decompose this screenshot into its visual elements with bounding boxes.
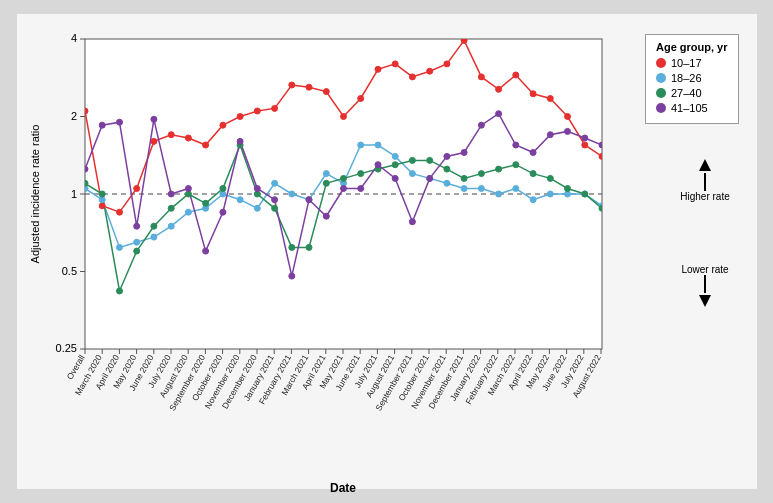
svg-point-84 — [340, 114, 346, 120]
svg-point-125 — [512, 186, 518, 192]
svg-point-146 — [340, 175, 346, 181]
svg-point-71 — [116, 209, 122, 215]
svg-point-77 — [219, 122, 225, 128]
svg-point-192 — [599, 142, 605, 148]
svg-point-70 — [99, 203, 105, 209]
svg-point-104 — [150, 234, 156, 240]
svg-point-96 — [547, 96, 553, 102]
svg-point-95 — [530, 91, 536, 97]
svg-point-72 — [133, 186, 139, 192]
svg-point-163 — [99, 122, 105, 128]
svg-point-182 — [426, 175, 432, 181]
svg-point-167 — [168, 191, 174, 197]
svg-point-74 — [168, 132, 174, 138]
svg-point-90 — [443, 61, 449, 67]
legend-item-green: 27–40 — [656, 87, 728, 99]
svg-point-190 — [564, 128, 570, 134]
x-axis-label: Date — [329, 481, 355, 495]
legend-dot-green — [656, 88, 666, 98]
svg-point-177 — [340, 186, 346, 192]
svg-point-127 — [547, 191, 553, 197]
svg-point-187 — [512, 142, 518, 148]
legend-dot-blue — [656, 73, 666, 83]
svg-point-76 — [202, 142, 208, 148]
svg-point-153 — [461, 175, 467, 181]
svg-point-171 — [237, 138, 243, 144]
svg-point-106 — [185, 209, 191, 215]
chart-inner: Adjusted incidence rate ratio Adjusted i… — [27, 24, 747, 479]
svg-point-75 — [185, 135, 191, 141]
svg-point-176 — [323, 213, 329, 219]
svg-point-145 — [323, 180, 329, 186]
legend-label-green: 27–40 — [671, 87, 702, 99]
svg-point-147 — [357, 171, 363, 177]
svg-point-159 — [564, 186, 570, 192]
legend-dot-red — [656, 58, 666, 68]
ytick-1: 1 — [70, 188, 76, 200]
svg-point-173 — [271, 197, 277, 203]
svg-point-133 — [116, 288, 122, 294]
x-axis-ticks: Overall March 2020 April 2020 May 2020 J… — [64, 349, 602, 412]
legend-label-red: 10–17 — [671, 57, 702, 69]
svg-point-78 — [237, 114, 243, 120]
svg-point-81 — [288, 82, 294, 88]
svg-point-135 — [150, 223, 156, 229]
svg-point-138 — [202, 200, 208, 206]
svg-point-179 — [375, 162, 381, 168]
svg-point-126 — [530, 197, 536, 203]
svg-point-161 — [599, 205, 605, 211]
higher-rate-section: Higher rate — [678, 159, 733, 202]
svg-point-132 — [99, 191, 105, 197]
svg-point-157 — [530, 171, 536, 177]
svg-point-69 — [82, 108, 88, 114]
svg-point-87 — [392, 61, 398, 67]
legend-label-purple: 41–105 — [671, 102, 708, 114]
svg-point-170 — [219, 209, 225, 215]
svg-point-116 — [357, 142, 363, 148]
svg-point-80 — [271, 105, 277, 111]
ytick-2: 2 — [70, 110, 76, 122]
svg-point-134 — [133, 248, 139, 254]
svg-point-110 — [254, 205, 260, 211]
svg-point-160 — [581, 191, 587, 197]
svg-point-162 — [82, 166, 88, 172]
svg-point-143 — [288, 244, 294, 250]
svg-point-191 — [581, 135, 587, 141]
svg-point-149 — [392, 162, 398, 168]
svg-point-131 — [82, 180, 88, 186]
svg-point-93 — [495, 86, 501, 92]
svg-point-156 — [512, 162, 518, 168]
svg-point-169 — [202, 248, 208, 254]
higher-rate-label: Higher rate — [678, 191, 733, 202]
svg-point-112 — [288, 191, 294, 197]
svg-point-121 — [443, 180, 449, 186]
svg-point-181 — [409, 219, 415, 225]
svg-point-189 — [547, 132, 553, 138]
svg-point-136 — [168, 205, 174, 211]
svg-point-152 — [443, 166, 449, 172]
svg-point-101 — [99, 197, 105, 203]
ytick-025: 0.25 — [55, 342, 76, 354]
svg-point-139 — [219, 186, 225, 192]
svg-point-142 — [271, 205, 277, 211]
svg-point-117 — [375, 142, 381, 148]
svg-point-183 — [443, 153, 449, 159]
arrow-line-down — [704, 275, 706, 293]
svg-point-98 — [581, 142, 587, 148]
svg-point-158 — [547, 175, 553, 181]
svg-point-164 — [116, 119, 122, 125]
svg-point-73 — [150, 138, 156, 144]
svg-point-155 — [495, 166, 501, 172]
svg-point-94 — [512, 72, 518, 78]
svg-point-89 — [426, 68, 432, 74]
svg-point-168 — [185, 186, 191, 192]
svg-point-83 — [323, 89, 329, 95]
svg-point-103 — [133, 239, 139, 245]
legend-item-red: 10–17 — [656, 57, 728, 69]
legend-label-blue: 18–26 — [671, 72, 702, 84]
svg-point-79 — [254, 108, 260, 114]
svg-point-118 — [392, 153, 398, 159]
lower-rate-label: Lower rate — [678, 264, 733, 275]
svg-point-105 — [168, 223, 174, 229]
arrow-down-icon — [699, 295, 711, 307]
